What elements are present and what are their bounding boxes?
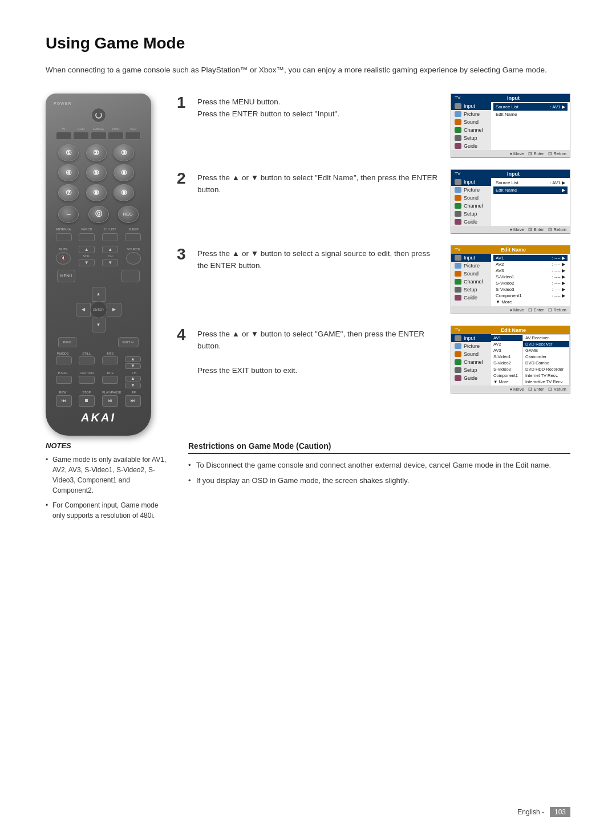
ch2-up-btn[interactable]: ▲ [125, 376, 141, 382]
ch-up-btn[interactable]: ▲ [102, 246, 118, 253]
page-title: Using Game Mode [46, 34, 570, 52]
pip-button[interactable] [121, 270, 140, 282]
number-grid: ① ② ③ ④ ⑤ ⑥ ⑦ ⑧ ⑨ [54, 144, 143, 201]
chlist-btn[interactable] [102, 233, 118, 241]
stop-btn[interactable]: ⏹ [79, 395, 95, 407]
screen-4-sources: AV1 AV2 AV3 S-Video1 S-Video2 S-Video3 C… [491, 334, 522, 385]
ch-down-btn2[interactable]: ▼ [125, 363, 141, 369]
s4-sound-icon [455, 351, 461, 357]
btn-dash[interactable]: − [58, 206, 79, 223]
cable-button[interactable] [91, 132, 107, 140]
s4-picture-label: Picture [464, 343, 488, 349]
ch-up-btn2[interactable]: ▲ [125, 356, 141, 362]
restrictions-title: Restrictions on Game Mode (Caution) [188, 441, 570, 454]
btn-8[interactable]: ⑧ [86, 184, 107, 201]
mts-btn[interactable] [102, 356, 118, 364]
pmode-btn[interactable] [56, 356, 72, 364]
dpad-down[interactable]: ▼ [92, 318, 106, 332]
btn-0[interactable]: ⓪ [88, 206, 109, 223]
screen-1-right: Source List : AV1 ▶ Edit Name [491, 102, 570, 150]
screen-2-picture: Picture [451, 186, 491, 194]
s2-enter-hint: ⊡ Enter [528, 227, 544, 232]
tv-button[interactable] [56, 132, 72, 140]
btn-6[interactable]: ⑥ [114, 164, 134, 181]
btn-4[interactable]: ④ [58, 164, 79, 181]
s4-interactivetv: Interactive TV Recv. [523, 379, 569, 385]
ch-down-btn[interactable]: ▼ [102, 259, 118, 266]
dpad-enter[interactable]: ENTER [90, 301, 107, 318]
btn-2[interactable]: ② [86, 144, 107, 161]
input-icon [455, 103, 461, 109]
btn-5[interactable]: ⑤ [86, 164, 107, 181]
s4-av3: AV3 [491, 347, 522, 354]
editname-label: Edit Name [496, 112, 517, 117]
dpad-up[interactable]: ▲ [92, 287, 106, 302]
s4-sv2: S-Video2 [491, 360, 522, 366]
s4-input-label: Input [464, 335, 488, 341]
screen-1-channel: Channel [451, 126, 491, 134]
pmode-labels: P.MODE STILL MTS [54, 352, 143, 355]
info-button[interactable]: INFO [58, 337, 76, 347]
step-1-screen: TV Input Input Picture [451, 94, 570, 158]
vol-label-text: VOL [83, 254, 90, 258]
sourcelist-label: Source List [496, 104, 518, 109]
power-button[interactable] [91, 108, 106, 123]
set-label: SET [125, 127, 142, 131]
ch-group: ▲ CH ▼ [102, 246, 118, 266]
s3-picture-icon [455, 263, 461, 269]
vcr-button[interactable] [73, 132, 89, 140]
favch-btn[interactable] [79, 233, 95, 241]
vol-up-btn[interactable]: ▲ [79, 246, 95, 253]
play-btn[interactable]: ⏯ [102, 395, 118, 407]
s4-av2: AV2 [491, 341, 522, 347]
step-4-number: 4 [177, 327, 188, 343]
still-btn[interactable] [79, 356, 95, 364]
btn-7[interactable]: ⑦ [58, 184, 79, 201]
dpad-right[interactable]: ▶ [107, 303, 121, 316]
s3-av2-v: : ---- ▶ [552, 262, 565, 267]
dpad-left[interactable]: ◀ [76, 303, 91, 316]
screen-4-sound: Sound [451, 350, 491, 358]
step-2-text: Press the ▲ or ▼ button to select "Edit … [197, 169, 441, 196]
vol-down-btn[interactable]: ▼ [79, 259, 95, 266]
power-label: POWER [54, 102, 143, 105]
ch2-down-btn[interactable]: ▼ [125, 383, 141, 388]
s4-input-icon [455, 335, 461, 341]
channel-label: Channel [464, 127, 488, 133]
menu-section: MENU [54, 270, 143, 282]
sleep-btn[interactable] [125, 233, 141, 241]
vcr-label: VCR [72, 127, 90, 131]
s2-picture-label: Picture [464, 187, 488, 193]
function-labels: ANTENNA FAV.CH CH LIST SLEEP [54, 228, 143, 231]
s4-more: ▼ More [491, 379, 522, 385]
ff-btn[interactable]: ⏭ [125, 395, 141, 407]
picture-label: Picture [464, 111, 488, 117]
btn-1[interactable]: ① [58, 144, 79, 161]
rew-btn[interactable]: ⏮ [56, 395, 72, 407]
mute-button[interactable]: 🔇 [56, 252, 71, 265]
s3-av3: AV3 [496, 268, 504, 273]
caption-btn[interactable] [79, 376, 95, 384]
setup-icon [455, 135, 461, 141]
set-button[interactable] [125, 132, 141, 140]
exit-button[interactable]: EXIT ↵ [118, 337, 139, 347]
dvd-button[interactable] [108, 132, 124, 140]
psize-btn[interactable] [56, 376, 72, 384]
screen-3-av2: AV2: ---- ▶ [493, 261, 568, 267]
dce-btn[interactable] [102, 376, 118, 384]
btn-rec[interactable]: REC· [118, 206, 139, 223]
screen-3-input: Input [451, 254, 491, 262]
btn-9[interactable]: ⑨ [114, 184, 134, 201]
s3-picture-label: Picture [464, 263, 488, 269]
antenna-btn[interactable] [56, 233, 72, 241]
dce-label: DCE [102, 371, 118, 375]
steps-area: 1 Press the MENU button.Press the ENTER … [177, 94, 570, 399]
source-button[interactable] [126, 252, 141, 265]
screen-3-picture: Picture [451, 262, 491, 270]
move-hint: ♦ Move [510, 151, 524, 156]
s2-channel-label: Channel [464, 203, 488, 209]
menu-button[interactable]: MENU [57, 270, 75, 282]
btn-3[interactable]: ③ [114, 144, 134, 161]
s2-sourcelist-value: : AV1 ▶ [550, 180, 565, 185]
s2-input-label: Input [464, 179, 488, 185]
